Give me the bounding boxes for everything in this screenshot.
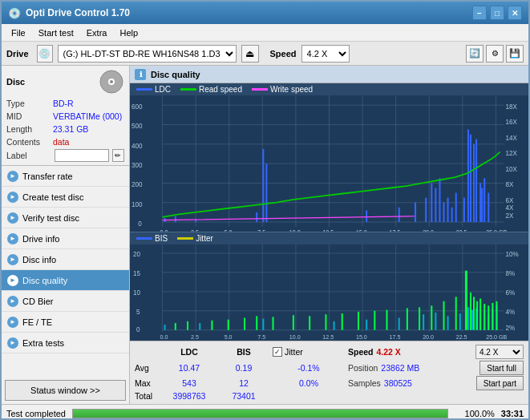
- sidebar-item-create-test-disc[interactable]: ► Create test disc: [2, 187, 129, 208]
- label-input[interactable]: [55, 149, 109, 162]
- jitter-checkbox[interactable]: ✓: [273, 347, 282, 357]
- svg-rect-137: [273, 317, 274, 330]
- progress-bar-fill: [73, 410, 447, 418]
- svg-text:300: 300: [131, 160, 143, 169]
- label-edit-button[interactable]: ✏: [112, 149, 124, 162]
- save-icon[interactable]: 💾: [506, 45, 524, 63]
- svg-rect-120: [435, 313, 436, 330]
- svg-text:10: 10: [133, 289, 140, 297]
- speed-col-header-label: Speed: [348, 347, 374, 357]
- svg-rect-52: [256, 212, 257, 222]
- extra-tests-icon: ►: [7, 337, 18, 349]
- sidebar-item-drive-info[interactable]: ► Drive info: [2, 228, 129, 249]
- svg-text:25.0 GB: 25.0 GB: [486, 228, 507, 232]
- eject-button[interactable]: ⏏: [241, 45, 259, 63]
- svg-text:0: 0: [138, 219, 142, 228]
- ldc-legend-label: LDC: [155, 85, 171, 94]
- svg-text:600: 600: [131, 102, 143, 111]
- menu-start-test[interactable]: Start test: [32, 26, 80, 39]
- jitter-legend-label: Jitter: [196, 234, 213, 243]
- status-text: Test completed: [6, 409, 66, 418]
- app-title: Opti Drive Control 1.70: [26, 7, 130, 18]
- menu-file[interactable]: File: [5, 26, 32, 39]
- svg-text:20: 20: [133, 250, 140, 258]
- sidebar-item-disc-quality[interactable]: ► Disc quality: [2, 270, 129, 291]
- max-label: Max: [135, 378, 160, 388]
- svg-rect-141: [342, 313, 343, 330]
- svg-text:5: 5: [136, 308, 140, 316]
- sidebar-item-extra-tests[interactable]: ► Extra tests: [2, 333, 129, 353]
- svg-rect-57: [415, 203, 416, 222]
- sidebar-item-disc-info[interactable]: ► Disc info: [2, 249, 129, 270]
- drive-info-icon: ►: [7, 233, 18, 244]
- svg-rect-68: [470, 135, 471, 222]
- svg-text:25.0 GB: 25.0 GB: [486, 333, 507, 341]
- legend-write-speed: Write speed: [252, 85, 313, 94]
- svg-rect-123: [467, 308, 469, 330]
- write-speed-legend-label: Write speed: [270, 85, 313, 94]
- sidebar-item-transfer-rate[interactable]: ► Transfer rate: [2, 166, 129, 187]
- status-window-button[interactable]: Status window >>: [5, 380, 126, 401]
- ldc-legend-dot: [136, 88, 152, 91]
- svg-rect-121: [447, 317, 449, 330]
- sidebar-label-extra-tests: Extra tests: [22, 338, 64, 348]
- status-time: 33:31: [501, 409, 524, 418]
- avg-bis: 0.19: [218, 363, 269, 373]
- contents-label: Contents: [6, 136, 53, 147]
- sidebar-item-cd-bier[interactable]: ► CD Bier: [2, 291, 129, 312]
- speed-select-stats[interactable]: 4.2 X: [475, 345, 524, 359]
- svg-rect-154: [479, 299, 481, 330]
- svg-rect-50: [175, 216, 176, 222]
- svg-rect-60: [435, 188, 436, 222]
- test-icon[interactable]: ⚙: [486, 45, 504, 63]
- type-label: Type: [6, 98, 53, 109]
- avg-row: Avg 10.47 0.19 -0.1% Position 23862 MB S…: [135, 361, 524, 375]
- sidebar-item-verify-test-disc[interactable]: ► Verify test disc: [2, 208, 129, 228]
- svg-rect-139: [309, 317, 310, 330]
- refresh-icon[interactable]: 🔄: [466, 45, 483, 63]
- avg-label: Avg: [135, 363, 160, 373]
- top-chart: 600 500 400 300 200 100 0 18X 16X 14X 12…: [130, 95, 528, 232]
- length-label: Length: [6, 123, 53, 135]
- svg-text:0.0: 0.0: [160, 333, 168, 341]
- start-part-wrapper: Start part: [476, 376, 524, 390]
- disc-quality-icon-badge: ℹ: [135, 69, 146, 80]
- drive-select[interactable]: (G:) HL-DT-ST BD-RE WH16NS48 1.D3: [58, 45, 237, 63]
- menu-extra[interactable]: Extra: [80, 26, 114, 39]
- total-row: Total 3998763 73401: [135, 391, 524, 401]
- sidebar-label-fe-te: FE / TE: [22, 317, 52, 327]
- speed-select[interactable]: 4.2 X 8 X: [301, 45, 350, 63]
- contents-value[interactable]: data: [53, 136, 69, 147]
- svg-rect-158: [496, 301, 497, 330]
- start-part-button[interactable]: Start part: [476, 376, 524, 390]
- sidebar-label-verify-test-disc: Verify test disc: [22, 213, 79, 223]
- svg-text:100: 100: [131, 200, 143, 208]
- total-bis: 73401: [218, 391, 269, 401]
- max-bis: 12: [218, 378, 269, 388]
- svg-rect-148: [443, 301, 445, 330]
- samples-label: Samples: [348, 378, 381, 388]
- svg-rect-55: [366, 210, 367, 222]
- sidebar-item-fe-te[interactable]: ► FE / TE: [2, 312, 129, 333]
- svg-rect-146: [419, 308, 420, 330]
- legend-jitter: Jitter: [177, 234, 213, 243]
- menu-help[interactable]: Help: [113, 26, 144, 39]
- svg-rect-157: [492, 303, 493, 330]
- svg-rect-153: [476, 301, 478, 330]
- minimize-button[interactable]: −: [472, 6, 487, 20]
- svg-text:20.0: 20.0: [423, 228, 434, 232]
- type-value: BD-R: [53, 98, 74, 109]
- svg-rect-119: [423, 314, 424, 330]
- max-jitter: 0.0%: [273, 378, 345, 388]
- maximize-button[interactable]: □: [490, 6, 504, 20]
- svg-text:12.5: 12.5: [322, 333, 334, 341]
- avg-position-row: Position 23862 MB: [348, 363, 476, 373]
- mid-value: VERBATIMe (000): [53, 111, 122, 122]
- disc-panel: Disc Type BD-R MID VERBATIMe (000) Lengt…: [2, 66, 129, 166]
- drive-icon-btn[interactable]: 💿: [37, 45, 53, 63]
- svg-text:2.5: 2.5: [191, 333, 199, 341]
- svg-rect-151: [470, 293, 471, 330]
- close-button[interactable]: ✕: [508, 6, 522, 20]
- start-full-button[interactable]: Start full: [479, 361, 524, 375]
- svg-rect-132: [187, 321, 188, 330]
